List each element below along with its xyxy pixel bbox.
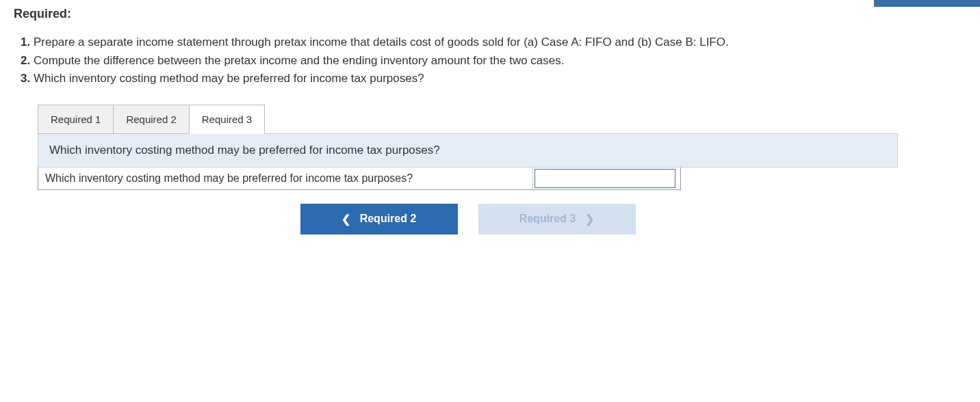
tab-required-1[interactable]: Required 1 bbox=[38, 105, 114, 134]
corner-accent bbox=[874, 0, 980, 7]
tab-required-2[interactable]: Required 2 bbox=[113, 105, 189, 134]
requirement-text: Prepare a separate income statement thro… bbox=[34, 36, 729, 49]
tab-area: Required 1 Required 2 Required 3 Which i… bbox=[38, 105, 898, 234]
requirement-number: 2. bbox=[21, 54, 30, 67]
main-container: Required: 1. Prepare a separate income s… bbox=[0, 0, 980, 248]
required-heading: Required: bbox=[14, 7, 966, 21]
requirement-item: 2. Compute the difference between the pr… bbox=[21, 52, 966, 70]
chevron-left-icon: ❮ bbox=[341, 213, 350, 226]
requirement-item: 3. Which inventory costing method may be… bbox=[21, 70, 966, 88]
requirement-item: 1. Prepare a separate income statement t… bbox=[21, 34, 966, 51]
nav-buttons: ❮ Required 2 Required 3 ❯ bbox=[38, 204, 898, 234]
tab-required-3[interactable]: Required 3 bbox=[189, 105, 265, 134]
answer-input[interactable] bbox=[534, 169, 675, 188]
requirement-text: Compute the difference between the preta… bbox=[34, 54, 565, 67]
answer-row: Which inventory costing method may be pr… bbox=[38, 168, 681, 190]
prev-button[interactable]: ❮ Required 2 bbox=[300, 204, 458, 234]
next-button-label: Required 3 bbox=[519, 213, 576, 225]
prev-button-label: Required 2 bbox=[360, 213, 417, 225]
requirement-number: 1. bbox=[21, 36, 30, 49]
tabs-row: Required 1 Required 2 Required 3 bbox=[38, 105, 898, 134]
next-button: Required 3 ❯ bbox=[478, 204, 636, 234]
question-banner: Which inventory costing method may be pr… bbox=[38, 133, 898, 168]
requirement-number: 3. bbox=[21, 72, 30, 85]
chevron-right-icon: ❯ bbox=[585, 213, 594, 226]
answer-input-cell bbox=[533, 168, 677, 189]
requirement-text: Which inventory costing method may be pr… bbox=[34, 72, 424, 85]
requirements-list: 1. Prepare a separate income statement t… bbox=[14, 34, 966, 88]
answer-label: Which inventory costing method may be pr… bbox=[38, 168, 533, 189]
